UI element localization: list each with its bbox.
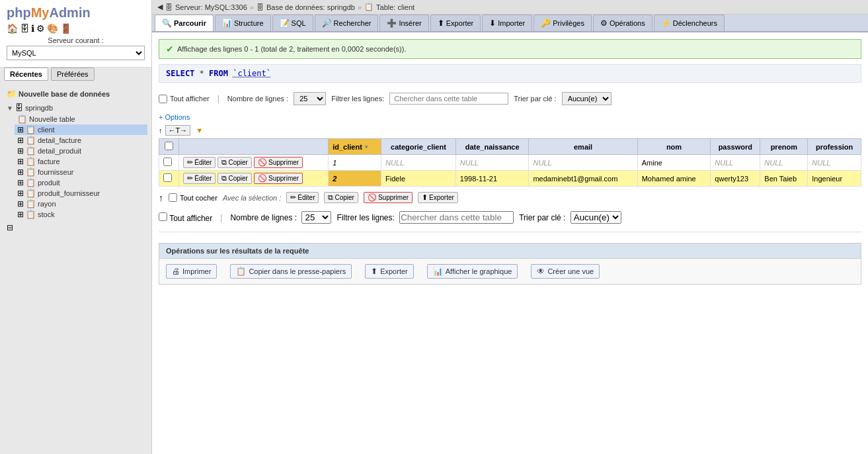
nombre-lignes-bottom-select[interactable]: 25 50 100 [301,211,331,224]
server-select[interactable]: MySQL [7,46,145,60]
tout-cocher-checkbox[interactable] [169,193,177,202]
bottom-export-button[interactable]: ⬆ Exporter [418,192,458,203]
info-icon[interactable]: ℹ [31,23,34,34]
table-item-fournisseur[interactable]: ⊞ 📋 fournisseur [15,167,147,177]
exporter-op-button[interactable]: ⬆ Exporter [365,264,414,279]
trier-select[interactable]: Aucun(e) [562,92,612,105]
table-item-produit[interactable]: ⊞ 📋 produit [15,177,147,188]
filtrer-input[interactable] [389,93,508,105]
delete-icon: 🚫 [258,158,267,167]
exporter-icon: ⬆ [438,19,444,28]
breadcrumb-table: Table: client [376,3,414,11]
importer-icon: ⬇ [489,19,496,28]
table-item-rayon[interactable]: ⊞ 📋 rayon [15,199,147,209]
row1-email: NULL [529,155,637,171]
tab-rechercher[interactable]: 🔎 Rechercher [315,15,379,31]
table-icon-stock: 📋 [26,210,36,219]
new-db-item[interactable]: 📁 Nouvelle base de données [4,87,147,101]
nombre-lignes-bottom-label: Nombre de lignes : 25 50 100 [230,211,331,224]
inserer-icon: ➕ [387,19,397,28]
th-id-client[interactable]: id_client ▼ [329,139,381,155]
tout-afficher-bottom-checkbox[interactable] [159,212,167,221]
row1-edit-button[interactable]: ✏ Éditer [183,157,216,168]
breadcrumb-server-icon: 🗄 [165,3,173,11]
breadcrumb-db-icon: 🗄 [256,3,264,11]
sql-display: SELECT * FROM `client` [159,64,861,83]
export-icon: ⬆ [371,267,377,276]
trier-bottom-select[interactable]: Aucun(e) [571,211,621,224]
th-categorie-client[interactable]: categorie_client [381,139,456,155]
creer-vue-button[interactable]: 👁 Créer une vue [531,264,600,279]
options-link[interactable]: + Options [159,113,861,121]
afficher-graphique-button[interactable]: 📊 Afficher le graphique [427,264,518,279]
table-item-detail-produit[interactable]: ⊞ 📋 detail_produit [15,146,147,156]
tab-parcourir-label: Parcourir [174,19,206,27]
tab-declencheurs[interactable]: ⚡ Déclencheurs [654,15,725,31]
table-item-nouvelle[interactable]: 📋 Nouvelle table [15,114,147,124]
th-date-naissance[interactable]: date_naissance [455,139,529,155]
tab-parcourir[interactable]: 🔍 Parcourir [155,15,214,31]
th-password[interactable]: password [711,139,760,155]
th-prenom[interactable]: prenom [760,139,808,155]
tab-operations[interactable]: ⚙ Opérations [593,15,652,31]
tab-exporter[interactable]: ⬆ Exporter [430,15,481,31]
divider [159,232,861,232]
filtrer-bottom-input[interactable] [399,211,514,224]
bottom-edit-button[interactable]: ✏ Éditer [286,192,319,203]
table-item-stock[interactable]: ⊞ 📋 stock [15,209,147,220]
home-icon[interactable]: 🏠 [7,23,18,34]
sidebar-collapse-item[interactable]: ⊟ [4,222,147,233]
row2-copy-button[interactable]: ⧉ Copier [217,173,251,184]
th-profession[interactable]: profession [808,139,861,155]
db-icon[interactable]: 🗄 [20,23,29,34]
privileges-icon: 🔑 [541,19,551,28]
operations-icon: ⚙ [600,19,608,28]
table-item-client[interactable]: ⊞ 📋 client [15,124,147,135]
table-header-row: id_client ▼ categorie_client date_naissa… [159,139,861,155]
row2-delete-button[interactable]: 🚫 Supprimer [254,173,303,184]
tab-importer[interactable]: ⬇ Importer [482,15,532,31]
row1-delete-button[interactable]: 🚫 Supprimer [254,157,303,168]
copier-presse-button[interactable]: 📋 Copier dans le presse-papiers [230,264,352,279]
theme-icon[interactable]: 🎨 [47,23,58,34]
tout-afficher-checkbox[interactable] [159,95,167,103]
nav-up-icon[interactable]: ↑ [159,126,163,134]
logo-php: php [7,5,31,20]
table-item-facture[interactable]: ⊞ 📋 facture [15,156,147,167]
select-all-checkbox[interactable] [165,142,173,150]
th-email[interactable]: email [529,139,637,155]
row1-checkbox-cell [159,155,179,171]
row2-checkbox[interactable] [163,173,172,182]
db-header-springdb[interactable]: ▼ 🗄 springdb [4,102,147,114]
exit-icon[interactable]: 🚪 [60,23,71,34]
bottom-delete-button[interactable]: 🚫 Supprimer [364,192,413,203]
nav-left-right: ←T→ [165,125,191,136]
nombre-lignes-select[interactable]: 25 50 100 [294,92,326,105]
th-nom[interactable]: nom [637,139,711,155]
chart-icon: 📊 [433,267,443,276]
nav-back-icon[interactable]: ◀ [157,3,163,11]
recents-button[interactable]: Récentes [4,68,48,81]
row2-edit-button[interactable]: ✏ Éditer [183,173,216,184]
row1-checkbox[interactable] [163,158,172,166]
breadcrumb-database: Base de données: springdb [266,3,355,11]
row1-copy-button[interactable]: ⧉ Copier [217,157,251,168]
tab-structure[interactable]: 📊 Structure [215,15,271,31]
table-item-produit-fournisseur[interactable]: ⊞ 📋 produit_fournisseur [15,188,147,199]
logo-my: My [31,5,50,20]
sort-arrow-icon: ▼ [196,126,203,134]
tab-exporter-label: Exporter [446,19,474,27]
tab-sql[interactable]: 📝 SQL [272,15,313,31]
tab-structure-label: Structure [234,19,264,27]
structure-icon: 📊 [222,19,232,28]
preferees-button[interactable]: Préférées [51,68,95,81]
tab-privileges[interactable]: 🔑 Privilèges [533,15,592,31]
tab-inserer[interactable]: ➕ Insérer [379,15,428,31]
imprimer-button[interactable]: 🖨 Imprimer [166,264,217,279]
row2-date: 1998-11-21 [455,171,529,187]
sql-select: SELECT [166,69,194,78]
row1-actions: ✏ Éditer ⧉ Copier 🚫 Supprimer [179,155,329,171]
bottom-copy-button[interactable]: ⧉ Copier [324,192,358,203]
settings-icon[interactable]: ⚙ [36,23,45,34]
table-item-detail-facture[interactable]: ⊞ 📋 detail_facture [15,135,147,146]
